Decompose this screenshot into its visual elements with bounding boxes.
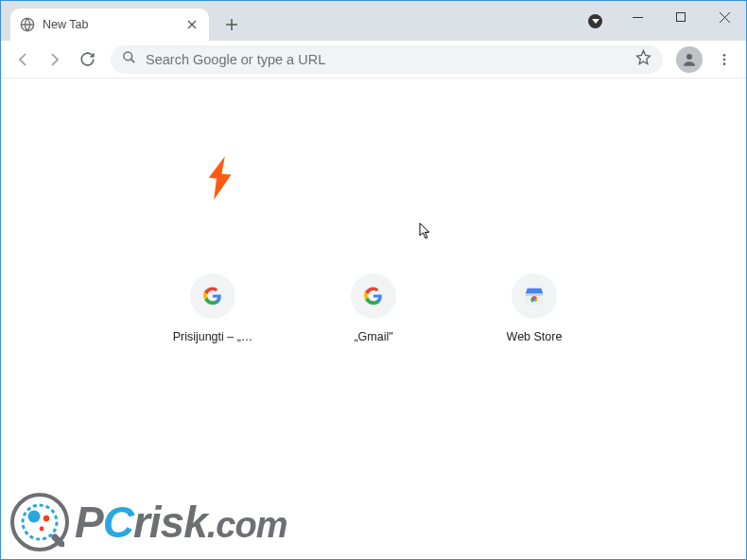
shortcut-label: Prisijungti – „… bbox=[173, 330, 253, 343]
svg-point-5 bbox=[723, 58, 726, 61]
globe-icon bbox=[20, 17, 35, 32]
extension-badge-icon[interactable] bbox=[588, 14, 602, 28]
address-bar[interactable] bbox=[111, 45, 663, 74]
shortcut-label: Web Store bbox=[507, 330, 563, 343]
svg-point-12 bbox=[28, 511, 41, 523]
shortcut-item[interactable]: Prisijungti – „… bbox=[161, 273, 265, 343]
shortcut-item[interactable]: „Gmail" bbox=[321, 273, 426, 343]
menu-button[interactable] bbox=[710, 45, 738, 74]
shortcut-label: „Gmail" bbox=[354, 330, 392, 343]
shortcut-item[interactable]: Web Store bbox=[482, 273, 586, 343]
search-icon bbox=[122, 50, 136, 68]
webstore-icon bbox=[512, 273, 557, 319]
tab-close-button[interactable] bbox=[184, 17, 200, 32]
watermark-logo-icon bbox=[10, 493, 69, 551]
tab-title: New Tab bbox=[43, 18, 184, 31]
svg-point-4 bbox=[723, 54, 726, 57]
browser-tab[interactable]: New Tab bbox=[10, 9, 209, 41]
toolbar bbox=[1, 41, 746, 79]
cursor-icon bbox=[419, 222, 432, 243]
google-logo-icon bbox=[190, 273, 235, 319]
new-tab-button[interactable] bbox=[218, 11, 245, 38]
reload-button[interactable] bbox=[73, 45, 101, 74]
svg-point-3 bbox=[686, 54, 692, 60]
svg-point-6 bbox=[723, 62, 726, 65]
svg-point-13 bbox=[43, 516, 49, 521]
watermark-text: PCrisk.com bbox=[75, 497, 287, 548]
svg-point-2 bbox=[124, 52, 132, 61]
back-button[interactable] bbox=[9, 45, 37, 74]
arrow-annotation-icon bbox=[190, 154, 237, 201]
close-window-button[interactable] bbox=[703, 1, 746, 33]
watermark: PCrisk.com bbox=[10, 493, 287, 551]
window-controls bbox=[616, 1, 746, 33]
svg-point-10 bbox=[532, 298, 535, 301]
page-content: Prisijungti – „… „Gmail" Web Store bbox=[1, 79, 746, 559]
titlebar: New Tab bbox=[1, 1, 746, 41]
google-logo-icon bbox=[351, 273, 396, 319]
svg-point-11 bbox=[23, 505, 57, 539]
forward-button[interactable] bbox=[41, 45, 69, 74]
svg-rect-8 bbox=[526, 293, 543, 296]
svg-rect-1 bbox=[677, 13, 686, 22]
svg-point-14 bbox=[40, 527, 44, 532]
address-input[interactable] bbox=[146, 52, 630, 67]
maximize-button[interactable] bbox=[659, 1, 703, 33]
profile-button[interactable] bbox=[676, 46, 703, 73]
bookmark-star-icon[interactable] bbox=[635, 49, 651, 69]
shortcuts-grid: Prisijungti – „… „Gmail" Web Store bbox=[1, 273, 746, 343]
minimize-button[interactable] bbox=[616, 1, 659, 33]
